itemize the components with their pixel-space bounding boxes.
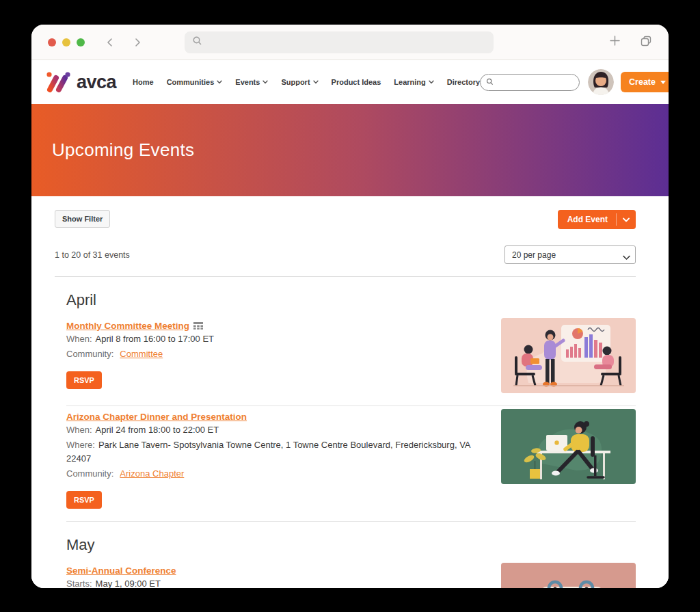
tabs-icon[interactable] [640, 35, 652, 50]
add-event-label: Add Event [558, 210, 616, 229]
event-detail-line: Community:Committee [66, 347, 486, 361]
detail-value: April 24 from 18:00 to 22:00 ET [96, 425, 219, 435]
event-info: Semi-Annual ConferenceStarts:May 1, 09:0… [66, 563, 486, 588]
avca-logo[interactable]: avca [44, 70, 116, 94]
nav-item-communities[interactable]: Communities [167, 78, 223, 86]
window-controls [48, 38, 85, 46]
community-link[interactable]: Arizona Chapter [120, 468, 184, 479]
rsvp-button[interactable]: RSVP [66, 491, 102, 509]
show-filter-button[interactable]: Show Filter [55, 210, 110, 228]
event-info: Arizona Chapter Dinner and PresentationW… [66, 409, 486, 509]
event-title-link[interactable]: Monthly Committee Meeting [66, 321, 189, 331]
events-count-text: 1 to 20 of 31 events [55, 250, 130, 260]
event-row: Monthly Committee MeetingWhen:April 8 fr… [66, 318, 636, 393]
address-bar[interactable] [185, 31, 494, 53]
create-button[interactable]: Create [621, 72, 669, 92]
detail-label: Community: [66, 349, 113, 359]
content-divider [55, 276, 636, 277]
chevron-down-icon [660, 81, 666, 84]
add-event-button[interactable]: Add Event [558, 210, 636, 229]
event-detail-line: Where:Park Lane Tavern- Spotsylvania Tow… [66, 438, 486, 466]
hero-banner: Upcoming Events [31, 104, 669, 196]
event-title-link[interactable]: Semi-Annual Conference [66, 566, 176, 576]
site-search[interactable] [480, 74, 580, 91]
nav-item-label: Product Ideas [332, 78, 381, 86]
avca-logo-mark [44, 70, 74, 94]
nav-item-home[interactable]: Home [133, 78, 154, 86]
detail-label: Where: [66, 440, 95, 450]
event-title-link[interactable]: Arizona Chapter Dinner and Presentation [66, 412, 247, 422]
event-detail-line: Community:Arizona Chapter [66, 467, 486, 481]
main-nav-menu: HomeCommunitiesEventsSupportProduct Idea… [133, 78, 480, 86]
user-avatar[interactable] [588, 69, 614, 95]
month-heading: April [66, 291, 636, 309]
chevron-down-icon[interactable] [617, 210, 636, 229]
event-detail-line: When:April 24 from 18:00 to 22:00 ET [66, 423, 486, 437]
brand-name: avca [77, 72, 116, 93]
chevron-down-icon [313, 80, 319, 84]
minimize-window-icon[interactable] [62, 38, 70, 46]
nav-item-product-ideas[interactable]: Product Ideas [332, 78, 381, 86]
site-search-input[interactable] [497, 78, 579, 86]
detail-value: Park Lane Tavern- Spotsylvania Towne Cen… [66, 440, 470, 464]
new-tab-icon[interactable] [609, 35, 621, 49]
nav-item-directory[interactable]: Directory [447, 78, 480, 86]
recurring-event-icon [193, 322, 203, 330]
close-window-icon[interactable] [48, 38, 56, 46]
event-list: AprilMonthly Committee MeetingWhen:April… [55, 291, 636, 588]
community-link[interactable]: Committee [120, 349, 163, 359]
detail-value: April 8 from 16:00 to 17:00 ET [96, 334, 214, 344]
nav-item-label: Communities [167, 78, 215, 86]
detail-label: When: [66, 425, 92, 435]
rsvp-button[interactable]: RSVP [66, 371, 102, 389]
remote-work-illustration [501, 409, 636, 484]
search-icon [192, 36, 202, 49]
events-content: Show Filter Add Event 1 to 20 of 31 even… [31, 196, 669, 588]
detail-label: Starts: [66, 578, 92, 588]
back-icon[interactable] [105, 38, 115, 47]
month-heading: May [66, 536, 636, 554]
maximize-window-icon[interactable] [77, 38, 85, 46]
search-icon [486, 76, 494, 88]
nav-item-label: Directory [447, 78, 480, 86]
nav-item-label: Events [235, 78, 260, 86]
detail-value: May 1, 09:00 ET [96, 578, 161, 588]
forward-icon[interactable] [133, 38, 142, 47]
create-button-label: Create [629, 77, 656, 87]
event-detail-line: When:April 8 from 16:00 to 17:00 ET [66, 332, 486, 346]
event-detail-line: Starts:May 1, 09:00 ET [66, 577, 486, 588]
nav-item-support[interactable]: Support [281, 78, 318, 86]
chevron-down-icon [429, 80, 434, 84]
nav-item-learning[interactable]: Learning [394, 78, 433, 86]
event-divider [66, 405, 636, 406]
browser-chrome-bar [31, 25, 669, 60]
nav-item-label: Home [133, 78, 154, 86]
event-info: Monthly Committee MeetingWhen:April 8 fr… [66, 318, 486, 389]
nav-item-label: Support [281, 78, 310, 86]
nav-item-events[interactable]: Events [235, 78, 268, 86]
per-page-select[interactable]: 20 per page [504, 245, 636, 264]
detail-label: When: [66, 334, 92, 344]
detail-label: Community: [66, 468, 113, 479]
nav-item-label: Learning [394, 78, 425, 86]
browser-window: avca HomeCommunitiesEventsSupportProduct… [31, 25, 669, 588]
site-navbar: avca HomeCommunitiesEventsSupportProduct… [31, 60, 669, 104]
chevron-down-icon [217, 80, 222, 84]
per-page-select-wrap: 20 per page [504, 245, 636, 264]
chevron-down-icon [262, 80, 268, 84]
event-row: Arizona Chapter Dinner and PresentationW… [66, 409, 636, 509]
team-presentation-illustration [501, 318, 636, 393]
event-divider [66, 521, 636, 522]
event-row: Semi-Annual ConferenceStarts:May 1, 09:0… [66, 563, 636, 588]
page-title: Upcoming Events [52, 139, 194, 161]
calendar-illustration [501, 563, 636, 588]
